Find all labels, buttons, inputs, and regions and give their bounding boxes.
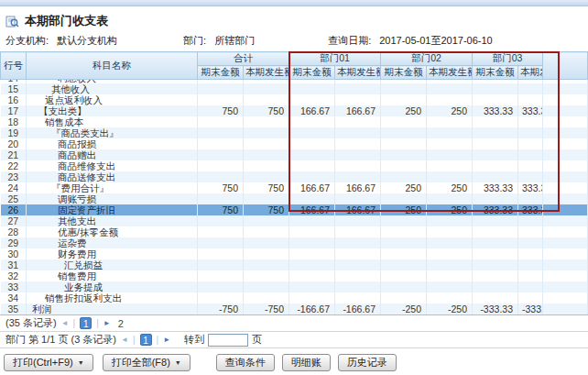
row-number-cell: 26 (1, 204, 27, 215)
clipped-cell (543, 204, 588, 215)
query-conditions-button[interactable]: 查询条件 (216, 354, 275, 371)
dropdown-arrow-icon[interactable]: ▼ (175, 359, 181, 366)
value-cell (381, 193, 427, 204)
value-cell: 333.33 (518, 105, 543, 116)
value-cell: 250 (427, 204, 473, 215)
value-cell (335, 116, 381, 127)
sub-header: 本期发生额 (244, 66, 289, 80)
table-row[interactable]: 16返点返利收入 (1, 94, 588, 105)
table-row[interactable]: 27其他支出 (1, 215, 588, 226)
row-number-cell: 16 (1, 94, 27, 105)
print-button[interactable]: 打印(Ctrl+F9) ▼ (4, 354, 93, 371)
goto-suffix: 页 (252, 333, 262, 347)
value-cell (473, 149, 518, 160)
table-row[interactable]: 22商品维修支出 (1, 160, 588, 171)
table-row[interactable]: 32销售费用 (1, 270, 588, 281)
value-cell (518, 116, 543, 127)
value-cell (518, 292, 543, 303)
column-header-subject: 科目名称 (27, 52, 198, 80)
table-row[interactable]: 24『费用合计』750750166.67166.67250250333.3333… (1, 182, 588, 193)
print-all-button[interactable]: 打印全部(F8) ▼ (103, 354, 191, 371)
records-pager: (35 条记录) ◄ | 1 | ► 2 (0, 314, 588, 331)
value-cell (198, 149, 244, 160)
value-cell (335, 248, 381, 259)
value-cell (198, 127, 244, 138)
table-row[interactable]: 25调账亏损 (1, 193, 588, 204)
dept-prev-page-icon[interactable]: ◄ (121, 336, 128, 344)
value-cell: -250 (427, 303, 473, 314)
clipped-cell (543, 127, 588, 138)
dept-value: 所辖部门 (214, 34, 255, 48)
value-cell (518, 94, 543, 105)
table-row[interactable]: 34销售折扣返利支出 (1, 292, 588, 303)
clipped-cell (543, 171, 588, 182)
subject-cell: 商品报损 (27, 138, 198, 149)
dept-pager: 部门 第 1/1 页 (3 条记录) ◄ | 1 | ► 转到 页 (0, 331, 588, 348)
detail-ledger-button[interactable]: 明细账 (282, 354, 331, 371)
clipped-cell (543, 83, 588, 94)
table-row[interactable]: 28优惠/抹零金额 (1, 226, 588, 237)
title-bar: 本期部门收支表 (0, 6, 588, 30)
value-cell (381, 160, 427, 171)
dropdown-arrow-icon[interactable]: ▼ (78, 359, 84, 366)
value-cell (381, 248, 427, 259)
value-cell (518, 193, 543, 204)
table-row[interactable]: 35利润-750-750-166.67-166.67-250-250-333.3… (1, 303, 588, 314)
dept-next-page-icon[interactable]: ► (163, 336, 170, 344)
row-number-cell: 20 (1, 138, 27, 149)
current-page[interactable]: 1 (80, 317, 92, 329)
table-row[interactable]: 18销售成本 (1, 116, 588, 127)
row-number-cell: 32 (1, 270, 27, 281)
value-cell: -166.67 (289, 303, 335, 314)
value-cell (381, 270, 427, 281)
value-cell: 750 (198, 182, 244, 193)
value-cell (427, 138, 473, 149)
table-row[interactable]: 20商品报损 (1, 138, 588, 149)
value-cell (518, 83, 543, 94)
value-cell: 166.67 (335, 204, 381, 215)
history-button[interactable]: 历史记录 (338, 354, 397, 371)
value-cell (427, 292, 473, 303)
clipped-cell (543, 292, 588, 303)
value-cell (335, 226, 381, 237)
value-cell (381, 226, 427, 237)
date-value: 2017-05-01至2017-06-10 (379, 34, 493, 48)
page-2-link[interactable]: 2 (118, 318, 124, 329)
row-number-cell: 35 (1, 303, 27, 314)
goto-page-input[interactable] (208, 334, 248, 347)
table-row[interactable]: 23商品送修支出 (1, 171, 588, 182)
subject-cell: 调账亏损 (27, 193, 198, 204)
value-cell (427, 160, 473, 171)
value-cell (244, 149, 289, 160)
value-cell (289, 193, 335, 204)
value-cell (244, 138, 289, 149)
table-row[interactable]: 21商品赠出 (1, 149, 588, 160)
table-row[interactable]: 15其他收入 (1, 83, 588, 94)
value-cell (335, 149, 381, 160)
subject-cell: 商品维修支出 (27, 160, 198, 171)
subject-cell: 销售费用 (27, 270, 198, 281)
table-row[interactable]: 17【支出类】750750166.67166.67250250333.33333… (1, 105, 588, 116)
value-cell (198, 281, 244, 292)
table-row[interactable]: 30财务费用 (1, 248, 588, 259)
prev-page-icon[interactable]: ◄ (61, 319, 69, 327)
dept-current-page[interactable]: 1 (140, 334, 152, 346)
table-row[interactable]: 33业务提成 (1, 281, 588, 292)
subject-cell: 利润 (27, 303, 198, 314)
subject-cell: 销售折扣返利支出 (27, 292, 198, 303)
subject-cell: 业务提成 (27, 281, 198, 292)
value-cell (473, 226, 518, 237)
value-cell (289, 94, 335, 105)
value-cell (427, 127, 473, 138)
table-row[interactable]: 29运杂费 (1, 237, 588, 248)
clipped-cell (543, 248, 588, 259)
value-cell: -333.33 (473, 303, 518, 314)
value-cell (335, 292, 381, 303)
goto-label: 转到 (184, 333, 204, 347)
dept-pager-info: 部门 第 1/1 页 (3 条记录) (5, 333, 116, 347)
table-row[interactable]: 31汇兑损益 (1, 259, 588, 270)
table-row[interactable]: 19『商品类支出』 (1, 127, 588, 138)
next-page-icon[interactable]: ► (103, 319, 111, 327)
value-cell (244, 94, 289, 105)
table-row[interactable]: 26固定资产折旧750750166.67166.67250250333.3333… (1, 204, 588, 215)
